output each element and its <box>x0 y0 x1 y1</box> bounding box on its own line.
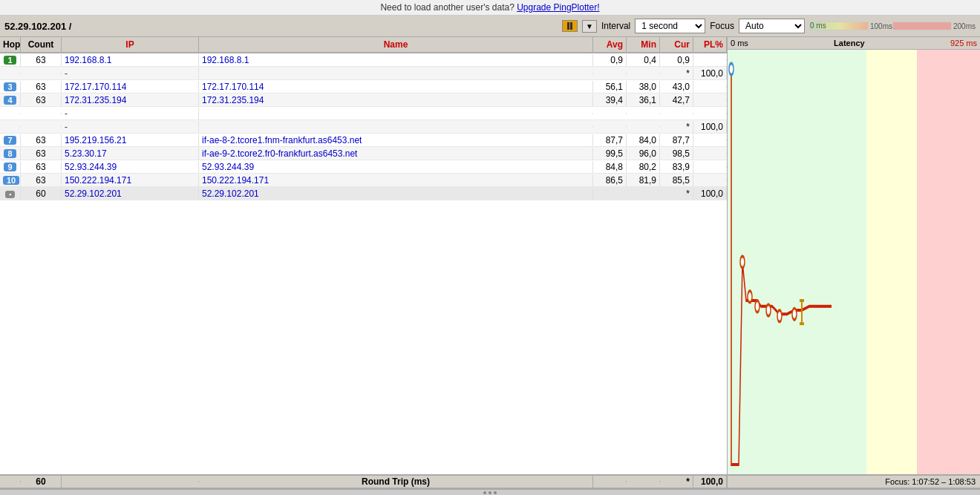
focus-select[interactable]: Auto 1 minute 5 minutes 10 minutes 30 mi… <box>739 19 805 33</box>
footer-hop <box>0 481 21 482</box>
ip-cell: 5.23.30.17 <box>62 148 199 160</box>
avg-cell <box>593 193 627 194</box>
name-cell: if-ae-8-2.tcore1.fnm-frankfurt.as6453.ne… <box>199 134 593 146</box>
cur-cell: 0,9 <box>660 54 693 66</box>
col-cur: Cur <box>660 37 693 52</box>
min-cell: 81,9 <box>627 174 660 186</box>
ip-cell: 192.168.8.1 <box>62 54 199 66</box>
graph-canvas <box>728 50 980 474</box>
ip-cell: 172.31.235.194 <box>62 94 199 106</box>
pause-button[interactable] <box>562 20 578 32</box>
cur-cell: 43,0 <box>660 81 693 93</box>
min-cell <box>627 126 660 128</box>
table-row[interactable]: 1 63 192.168.8.1 192.168.8.1 0,9 0,4 0,9 <box>0 53 727 67</box>
avg-cell <box>593 113 627 114</box>
table-body: 1 63 192.168.8.1 192.168.8.1 0,9 0,4 0,9… <box>0 53 727 474</box>
hop-cell <box>0 113 21 114</box>
latency-label: 0 ms <box>731 39 748 47</box>
table-row[interactable]: - * 100,0 <box>0 120 727 134</box>
table-row[interactable]: 4 63 172.31.235.194 172.31.235.194 39,4 … <box>0 94 727 107</box>
cur-cell: 42,7 <box>660 94 693 106</box>
cur-cell: 98,5 <box>660 148 693 160</box>
table-row[interactable]: 8 63 5.23.30.17 if-ae-9-2.tcore2.fr0-fra… <box>0 147 727 160</box>
svg-point-4 <box>766 304 771 316</box>
cur-cell: 85,5 <box>660 174 693 186</box>
col-avg: Avg <box>593 37 627 52</box>
pl-cell: 100,0 <box>693 121 727 133</box>
name-cell: 172.17.170.114 <box>199 81 593 93</box>
min-cell: 84,0 <box>627 134 660 146</box>
footer-cur: * <box>660 476 693 488</box>
focus-range: Focus: 1:07:52 – 1:08:53 <box>885 477 976 486</box>
header-title: 52.29.102.201 / <box>4 21 558 32</box>
latency-legend: 0 ms 100ms 200ms <box>809 22 976 30</box>
upgrade-link[interactable]: Upgrade PingPlotter! <box>517 2 599 13</box>
avg-cell: 87,7 <box>593 134 627 146</box>
bottom-section: 52.29.102.201 hop 11 10 minutes (0:58:53… <box>0 488 980 495</box>
header-controls: ▼ Interval 1 second 0.5 second 2.5 secon… <box>562 19 976 33</box>
avg-cell <box>593 126 627 128</box>
hop-cell: 9 <box>0 161 21 173</box>
hop-cell: 1 <box>0 54 21 66</box>
cur-cell: 83,9 <box>660 161 693 173</box>
drag-dot <box>494 491 497 494</box>
ip-cell: - <box>62 68 199 79</box>
hop-cell: 7 <box>0 134 21 146</box>
svg-point-2 <box>748 291 752 303</box>
svg-point-6 <box>792 308 797 320</box>
pl-cell <box>693 86 727 88</box>
pl-cell <box>693 180 727 181</box>
table-footer: 60 Round Trip (ms) * 100,0 <box>0 474 727 488</box>
name-cell: 52.29.102.201 <box>199 188 593 200</box>
count-cell: 63 <box>21 161 62 173</box>
table-row[interactable]: - <box>0 107 727 120</box>
count-cell <box>21 113 62 114</box>
table-row[interactable]: 10 63 150.222.194.171 150.222.194.171 86… <box>0 174 727 187</box>
table-row[interactable]: 3 63 172.17.170.114 172.17.170.114 56,1 … <box>0 80 727 94</box>
col-name: Name <box>199 37 593 52</box>
pl-cell <box>693 166 727 168</box>
hop-cell: 4 <box>0 94 21 106</box>
table-row[interactable]: - * 100,0 <box>0 67 727 80</box>
interval-select[interactable]: 1 second 0.5 second 2.5 seconds 5 second… <box>635 19 705 33</box>
name-cell: 172.31.235.194 <box>199 94 593 106</box>
pause-icon <box>567 22 572 30</box>
svg-point-5 <box>777 310 782 322</box>
cur-cell <box>660 113 693 114</box>
table-section: Hop Count IP Name Avg Min Cur PL% 1 63 1… <box>0 37 728 488</box>
avg-cell: 86,5 <box>593 174 627 186</box>
latency-svg <box>728 50 980 474</box>
name-cell: 150.222.194.171 <box>199 174 593 186</box>
min-cell: 38,0 <box>627 81 660 93</box>
min-cell: 0,4 <box>627 54 660 66</box>
count-cell: 63 <box>21 148 62 160</box>
footer-count: 60 <box>21 476 62 488</box>
ip-cell: 52.29.102.201 <box>62 188 199 200</box>
col-count: Count <box>21 37 62 52</box>
graph-section: 0 ms Latency 925 ms <box>728 37 980 488</box>
name-cell <box>199 73 593 74</box>
drag-handle[interactable] <box>483 491 497 494</box>
table-row[interactable]: 7 63 195.219.156.21 if-ae-8-2.tcore1.fnm… <box>0 134 727 147</box>
latency-200ms: 200ms <box>953 22 976 30</box>
table-row[interactable]: 9 63 52.93.244.39 52.93.244.39 84,8 80,2… <box>0 160 727 174</box>
avg-cell: 39,4 <box>593 94 627 106</box>
graph-footer: Focus: 1:07:52 – 1:08:53 <box>728 474 980 488</box>
hop-cell: 10 <box>0 174 21 186</box>
hop-cell <box>0 73 21 74</box>
pause-dropdown-arrow[interactable]: ▼ <box>582 20 597 33</box>
svg-point-1 <box>740 256 745 268</box>
min-cell <box>627 113 660 114</box>
drag-handle-bar[interactable] <box>0 489 980 495</box>
ip-cell: 195.219.156.21 <box>62 134 199 146</box>
count-cell: 60 <box>21 188 62 200</box>
table-row[interactable]: ▪ 60 52.29.102.201 52.29.102.201 * 100,0 <box>0 187 727 200</box>
banner-text: Need to load another user's data? <box>380 2 514 13</box>
name-cell: 192.168.8.1 <box>199 54 593 66</box>
svg-point-3 <box>755 301 760 312</box>
pl-cell <box>693 140 727 141</box>
count-cell: 63 <box>21 94 62 106</box>
hop-cell: ▪ <box>0 188 21 200</box>
min-cell: 36,1 <box>627 94 660 106</box>
ip-cell: 150.222.194.171 <box>62 174 199 186</box>
